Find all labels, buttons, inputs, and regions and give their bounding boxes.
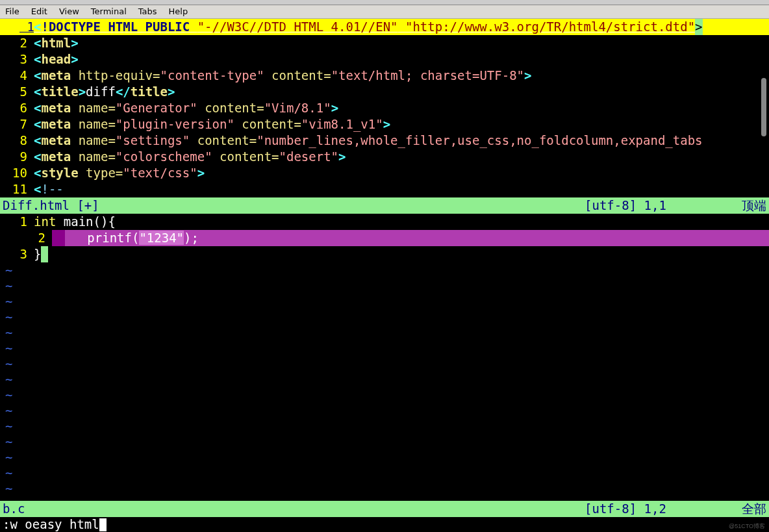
code-line-4: <meta http-equiv="content-type" content=… [34, 68, 769, 84]
status-position-1: 顶端 [727, 197, 766, 214]
watermark: @51CTO博客 [729, 522, 765, 531]
code-line-3: <head> [34, 51, 769, 68]
status-cursor-1: 1,1 [644, 198, 666, 212]
c-code-line-1: int main(){ [34, 214, 116, 230]
scrollbar-thumb[interactable] [761, 78, 766, 136]
status-position-2: 全部 [727, 501, 766, 517]
code-line-8: <meta name="settings" content="number_li… [34, 133, 769, 149]
code-line-9: <meta name="colorscheme" content="desert… [34, 149, 769, 165]
cmdline-text: :w oeasy html [3, 517, 99, 531]
menubar: File Edit View Terminal Tabs Help [0, 5, 769, 19]
window-titlebar [0, 0, 769, 5]
menu-help[interactable]: Help [169, 6, 188, 16]
menu-edit[interactable]: Edit [31, 6, 47, 16]
code-line-2: <html> [34, 35, 769, 51]
menu-terminal[interactable]: Terminal [91, 6, 127, 16]
code-line-7: <meta name="plugin-version" content="vim… [34, 116, 769, 133]
menu-tabs[interactable]: Tabs [138, 6, 157, 16]
status-cursor-2: 1,2 [644, 501, 666, 516]
code-line-5: <title>diff</title> [34, 84, 769, 100]
c-code-line-2: printf("1234"); [65, 230, 199, 246]
cmdline-cursor [99, 518, 107, 531]
c-code-line-3: } [34, 246, 41, 262]
command-line[interactable]: :w oeasy html [0, 517, 769, 532]
editor-pane-2[interactable]: 1int main(){ 2 printf("1234"); 3} ~~~~~~… [0, 214, 769, 496]
code-line-10: <style type="text/css"> [34, 165, 769, 181]
menu-file[interactable]: File [5, 6, 19, 16]
code-line-11: <!-- [34, 181, 769, 197]
status-encoding-2: [utf-8] [585, 501, 637, 516]
status-filename-1: Diff.html [+] [3, 197, 585, 214]
empty-lines: ~~~~~~~ ~~~~~~~~ [0, 262, 769, 496]
status-filename-2: b.c [3, 501, 585, 517]
statusline-pane-2: b.c [utf-8] 1,2 全部 [0, 501, 769, 517]
code-line-6: <meta name="Generator" content="Vim/8.1"… [34, 100, 769, 116]
status-encoding-1: [utf-8] [585, 198, 637, 212]
menu-view[interactable]: View [59, 6, 79, 16]
code-line-1: <!DOCTYPE HTML PUBLIC "-//W3C//DTD HTML … [34, 19, 769, 35]
statusline-pane-1: Diff.html [+] [utf-8] 1,1 顶端 [0, 197, 769, 214]
editor-pane-1[interactable]: 1 <!DOCTYPE HTML PUBLIC "-//W3C//DTD HTM… [0, 19, 769, 197]
